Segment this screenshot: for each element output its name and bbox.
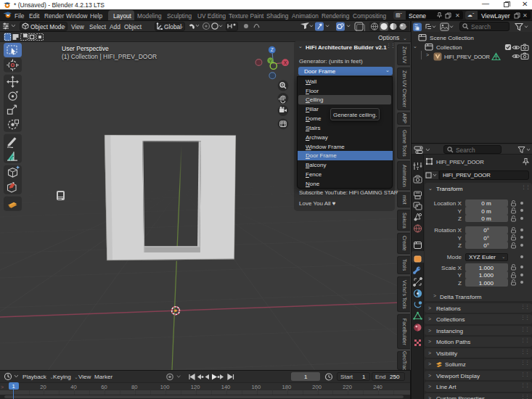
- svg-text:Z: Z: [271, 47, 274, 52]
- svg-text:X: X: [284, 60, 287, 65]
- svg-text:Y: Y: [269, 58, 271, 63]
